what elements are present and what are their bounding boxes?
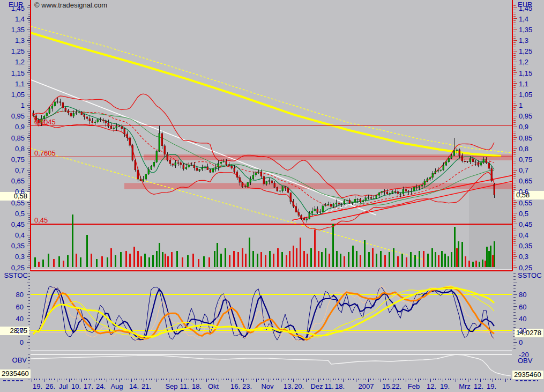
volume-bar [310,248,312,267]
volume-bar [318,251,319,267]
candle-down [102,120,104,120]
price-tick-left-0,45: 0,45 [0,221,25,228]
price-tick-left-1,35: 1,35 [0,26,25,33]
volume-bar [110,248,112,267]
candle-down [121,127,123,129]
price-tick-left-1,4: 1,4 [0,16,25,23]
volume-bar [332,224,334,267]
volume-bar [389,252,390,267]
date-label-18.: 18. [192,382,202,390]
candle-up [435,171,436,173]
candle-up [416,187,418,188]
price-tick-left-0,25: 0,25 [0,264,25,271]
candle-up [421,185,423,186]
volume-bar [340,254,341,267]
candle-up [94,122,96,122]
candle-up [443,165,444,170]
candle-up [376,195,377,198]
volume-bar [159,243,160,267]
volume-bar [265,255,266,267]
price-tick-left-1,15: 1,15 [0,70,25,77]
volume-bar [165,254,166,267]
candle-up [432,173,434,177]
sstoc-tick-left-80: 80 [0,291,24,298]
candle-down [349,200,351,203]
candle-up [258,172,259,173]
price-tick-right-1,45: 1,45 [519,5,532,12]
candle-down [317,209,318,213]
volume-bar [300,238,301,267]
candle-down [293,202,294,206]
candle-down [386,192,388,194]
price-tick-right-1,25: 1,25 [519,48,532,55]
candle-down [105,121,107,123]
price-tick-left-1,1: 1,1 [0,80,25,87]
date-label-11.: 11. [324,382,333,390]
candle-up [175,162,176,165]
candle-down [81,112,83,115]
volume-bar [384,255,386,267]
candle-down [62,102,64,108]
candle-up [427,179,428,181]
sstoc-panel-label-left: SSTOC [0,272,28,279]
date-label-22.: 22. [392,382,401,390]
candle-down [161,134,163,146]
volume-bar [419,251,420,267]
candle-down [397,191,399,194]
sstoc-tick-left-0: 0 [0,339,24,346]
candle-down [459,150,460,156]
price-tick-right-0,75: 0,75 [519,156,532,163]
date-label-18.: 18. [335,382,345,390]
candle-up [244,187,246,187]
candle-down [242,182,243,187]
candle-up [392,191,393,193]
volume-bar [431,248,433,267]
candle-up [341,204,342,204]
candle-down [65,108,66,110]
volume-bar [479,262,480,267]
date-label-19.: 19. [487,382,496,390]
volume-bar [482,260,483,267]
volume-bar [203,256,205,267]
price-hline-label-2: 0,45 [34,217,48,224]
candle-down [210,170,211,172]
date-label-Feb: Feb [408,382,420,390]
candle-down [467,161,468,162]
volume-bar [156,251,158,267]
candle-up [445,162,447,166]
candle-up [306,219,308,220]
price-tick-right-0,45: 0,45 [519,221,532,228]
date-label-19.: 19. [33,382,42,390]
volume-bar [325,248,326,267]
price-tick-right-0,6: 0,6 [519,188,528,195]
candle-down [84,115,85,117]
volume-bar [80,257,81,267]
candle-down [384,191,385,192]
price-tick-left-0,6: 0,6 [0,188,25,195]
price-tick-right-0,85: 0,85 [519,135,532,142]
candle-up [143,179,144,180]
candle-up [344,201,345,203]
candle-up [78,112,80,113]
volume-bar [401,254,403,267]
volume-bar [444,254,446,267]
volume-bar [187,255,189,267]
volume-bar [289,251,290,267]
volume-series [34,215,495,267]
volume-bar [63,261,64,267]
date-label-24.: 24. [96,382,106,390]
date-label-21.: 21. [141,382,151,390]
candle-up [269,181,270,182]
candle-up [153,162,155,166]
candle-up [483,159,485,162]
volume-bar [86,235,88,267]
volume-bar [171,252,173,267]
candle-up [325,205,326,206]
candle-down [100,120,101,120]
volume-bar [101,256,103,267]
volume-bar [277,248,279,267]
candle-down [287,188,289,193]
chart-canvas[interactable] [0,0,544,392]
candle-up [373,198,375,199]
volume-bar [423,251,424,267]
